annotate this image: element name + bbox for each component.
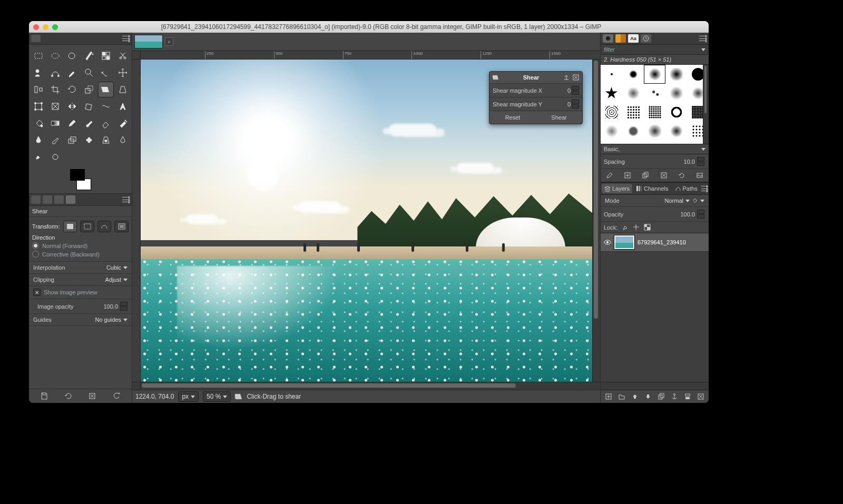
raise-layer-icon[interactable] xyxy=(631,393,639,400)
clone-tool[interactable] xyxy=(64,132,80,148)
rotate-tool[interactable] xyxy=(64,82,80,97)
scale-tool[interactable] xyxy=(81,82,97,97)
interpolation-select[interactable]: Interpolation Cubic xyxy=(29,262,132,274)
vertical-ruler[interactable] xyxy=(132,60,141,382)
brush-spacing-field[interactable]: Spacing 10.0 xyxy=(601,154,709,169)
align-tool[interactable] xyxy=(31,82,46,97)
close-window-button[interactable] xyxy=(33,24,39,30)
merge-down-icon[interactable] xyxy=(684,393,691,400)
paths-tool[interactable] xyxy=(47,65,63,81)
smudge-tool[interactable] xyxy=(31,149,46,165)
by-color-select-tool[interactable] xyxy=(98,48,114,64)
unified-transform-tool[interactable] xyxy=(31,98,46,114)
spinner-icon[interactable] xyxy=(572,86,579,95)
dock-menu-icon[interactable] xyxy=(701,186,708,191)
unit-select[interactable]: px xyxy=(178,391,199,402)
horizontal-ruler[interactable]: 250 500 750 1000 1250 1500 xyxy=(132,51,600,60)
patterns-tab[interactable] xyxy=(615,34,626,43)
reset-preset-icon[interactable] xyxy=(112,392,121,400)
warp-tool[interactable] xyxy=(98,98,114,114)
tool-options-tab[interactable] xyxy=(31,195,41,204)
cage-tool[interactable] xyxy=(81,98,97,114)
delete-brush-icon[interactable] xyxy=(660,172,668,179)
heal-tool[interactable] xyxy=(81,132,97,148)
measure-tool[interactable] xyxy=(98,65,114,81)
brush-scrollbar[interactable] xyxy=(703,65,709,144)
brushes-tab[interactable] xyxy=(603,34,613,43)
canvas[interactable]: Shear Shear magnitude X 0 Shear magnitud… xyxy=(141,60,592,382)
layer-list[interactable]: 67929641_239410 xyxy=(601,233,709,382)
delete-layer-icon[interactable] xyxy=(697,393,704,400)
zoom-select[interactable]: 50 % xyxy=(203,391,231,402)
visibility-icon[interactable] xyxy=(604,239,611,246)
eraser-tool[interactable] xyxy=(98,115,114,131)
gradient-tool[interactable] xyxy=(47,115,63,131)
dock-menu-icon[interactable] xyxy=(699,36,707,41)
document-history-tab[interactable] xyxy=(641,34,651,43)
shear-dialog[interactable]: Shear Shear magnitude X 0 Shear magnitud… xyxy=(489,71,583,124)
duplicate-brush-icon[interactable] xyxy=(642,172,649,179)
save-preset-icon[interactable] xyxy=(40,392,48,400)
handle-transform-tool[interactable] xyxy=(47,98,63,114)
spinner-icon[interactable] xyxy=(120,302,128,311)
spinner-icon[interactable] xyxy=(572,100,579,108)
anchor-layer-icon[interactable] xyxy=(671,393,678,400)
dock-menu-icon[interactable] xyxy=(122,197,130,202)
shear-apply-button[interactable]: Shear xyxy=(536,111,582,124)
airbrush-tool[interactable] xyxy=(115,115,131,131)
new-brush-icon[interactable] xyxy=(624,172,631,179)
color-picker-tool[interactable] xyxy=(64,65,80,81)
undo-history-tab[interactable] xyxy=(54,195,64,204)
text-tool[interactable] xyxy=(115,98,131,114)
shear-reset-button[interactable]: Reset xyxy=(489,111,536,124)
move-tool[interactable] xyxy=(115,65,131,81)
paths-tab[interactable]: Paths xyxy=(672,184,700,193)
perspective-clone-tool[interactable] xyxy=(98,132,114,148)
delete-preset-icon[interactable] xyxy=(88,392,96,400)
close-image-tab-button[interactable]: ⨉ xyxy=(165,37,173,46)
transform-selection-button[interactable] xyxy=(80,221,94,232)
layer-item[interactable]: 67929641_239410 xyxy=(601,233,709,252)
vertical-scrollbar[interactable] xyxy=(592,60,600,382)
flip-tool[interactable] xyxy=(64,98,80,114)
blur-sharpen-tool[interactable] xyxy=(115,132,131,148)
zoom-window-button[interactable] xyxy=(52,24,58,30)
crop-tool[interactable] xyxy=(47,82,63,97)
new-layer-icon[interactable] xyxy=(605,393,612,400)
rect-select-tool[interactable] xyxy=(31,48,46,64)
spinner-icon[interactable] xyxy=(697,210,704,219)
minimize-window-button[interactable] xyxy=(43,24,48,30)
duplicate-layer-icon[interactable] xyxy=(658,393,665,400)
guides-select[interactable]: Guides No guides xyxy=(29,314,132,326)
lock-position-icon[interactable] xyxy=(633,224,640,231)
foreground-color[interactable] xyxy=(70,169,85,181)
direction-corrective-radio[interactable]: Corrective (Backward) xyxy=(32,251,129,258)
detach-dialog-icon[interactable] xyxy=(563,74,570,81)
bucket-fill-tool[interactable] xyxy=(31,115,46,131)
clipping-select[interactable]: Clipping Adjust xyxy=(29,274,132,286)
paintbrush-tool[interactable] xyxy=(81,115,97,131)
foreground-select-tool[interactable] xyxy=(31,65,46,81)
fonts-tab[interactable]: Aa xyxy=(628,34,639,43)
layer-mode-select[interactable]: Mode Normal xyxy=(601,195,709,207)
layer-name[interactable]: 67929641_239410 xyxy=(638,239,705,245)
fuzzy-select-tool[interactable] xyxy=(81,48,97,64)
mode-reset-icon[interactable] xyxy=(692,197,698,204)
restore-preset-icon[interactable] xyxy=(64,392,73,400)
shear-x-field[interactable]: Shear magnitude X 0 xyxy=(489,83,582,97)
color-swatches[interactable] xyxy=(65,169,96,190)
brush-preset-select[interactable]: Basic, xyxy=(601,144,709,154)
direction-normal-radio[interactable]: Normal (Forward) xyxy=(32,242,129,249)
transform-layer-button[interactable] xyxy=(63,221,77,232)
lock-pixels-icon[interactable] xyxy=(622,224,629,231)
scissors-select-tool[interactable] xyxy=(115,48,131,64)
transform-image-button[interactable] xyxy=(114,221,129,232)
layer-opacity-field[interactable]: Opacity 100.0 xyxy=(601,207,709,222)
toolbox-tab[interactable] xyxy=(31,35,41,42)
layers-tab[interactable]: Layers xyxy=(602,184,632,193)
mypaint-brush-tool[interactable] xyxy=(47,132,63,148)
pencil-tool[interactable] xyxy=(64,115,80,131)
close-dialog-icon[interactable] xyxy=(573,74,579,81)
shear-tool[interactable] xyxy=(98,82,114,97)
dock-menu-icon[interactable] xyxy=(122,36,130,41)
